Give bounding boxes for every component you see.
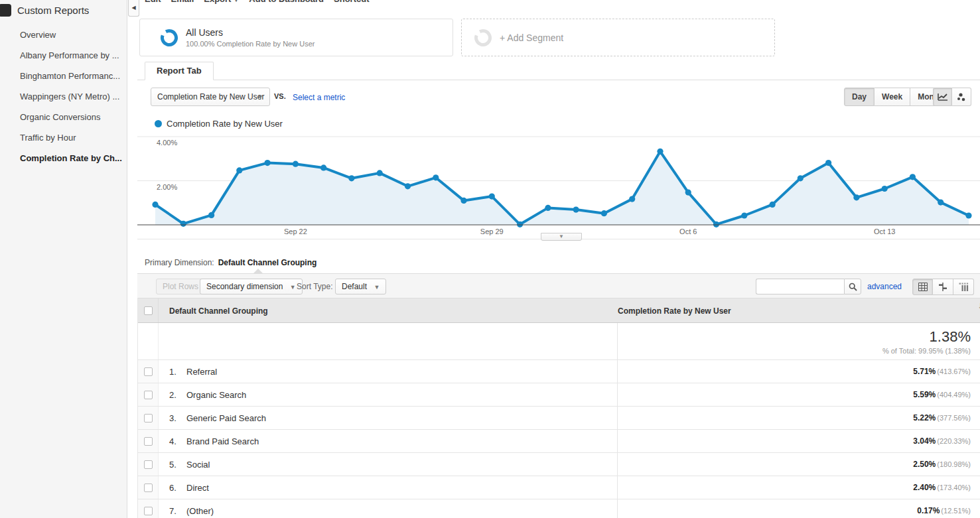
- channel-name[interactable]: Brand Paid Search: [186, 436, 259, 446]
- row-number: 6.: [169, 483, 186, 493]
- row-checkbox-cell: [138, 453, 159, 476]
- export-button[interactable]: Export▼: [204, 0, 239, 4]
- report-table: Default Channel Grouping Completion Rate…: [137, 298, 980, 518]
- row-checkbox[interactable]: [144, 437, 153, 446]
- sidebar-item-completion-rate-by-ch[interactable]: Completion Rate by Ch...: [0, 148, 127, 168]
- secondary-dimension-label: Secondary dimension: [206, 282, 283, 291]
- shortcut-button[interactable]: Shortcut: [334, 0, 369, 4]
- tab-divider: [137, 80, 980, 80]
- sort-type-value: Default: [342, 282, 367, 291]
- summary-value: 1.38%: [618, 328, 971, 346]
- sidebar-item-organic-conversions[interactable]: Organic Conversions: [0, 107, 127, 127]
- select-all-checkbox[interactable]: [144, 306, 153, 315]
- column-header-metric[interactable]: Completion Rate by New User: [618, 306, 731, 316]
- plot-rows-button[interactable]: Plot Rows: [156, 279, 205, 294]
- table-row-direct: 6.Direct2.40%(173.40%): [138, 476, 980, 499]
- email-button[interactable]: Email: [171, 0, 194, 4]
- channel-name[interactable]: Social: [186, 460, 210, 470]
- pivot-icon: [959, 283, 969, 291]
- line-chart-view-button[interactable]: [933, 88, 952, 106]
- metric-value: 5.59%: [913, 390, 936, 399]
- granularity-week-button[interactable]: Week: [875, 88, 910, 106]
- sidebar-item-traffic-by-hour[interactable]: Traffic by Hour: [0, 127, 127, 148]
- table-search: [756, 279, 861, 294]
- table-grid-icon: [918, 283, 928, 291]
- row-checkbox[interactable]: [144, 367, 153, 376]
- channel-name[interactable]: Direct: [186, 483, 209, 493]
- row-checkbox-cell: [138, 499, 159, 518]
- metric-value: 0.17%: [917, 506, 940, 515]
- segment-title: All Users: [186, 27, 315, 38]
- metric-percent: (413.67%): [937, 367, 971, 375]
- primary-dimension-value[interactable]: Default Channel Grouping: [218, 258, 317, 267]
- sort-type-dropdown[interactable]: Default ▼: [335, 279, 386, 294]
- metric-percent: (377.56%): [937, 414, 971, 422]
- legend-label: Completion Rate by New User: [167, 119, 283, 129]
- metric-value: 3.04%: [913, 436, 936, 446]
- edit-button[interactable]: Edit: [145, 0, 161, 4]
- segment-subtitle: 100.00% Completion Rate by New User: [186, 40, 315, 48]
- secondary-dimension-dropdown[interactable]: Secondary dimension ▼: [200, 279, 303, 294]
- segment-all-users[interactable]: All Users 100.00% Completion Rate by New…: [139, 19, 453, 56]
- row-checkbox[interactable]: [144, 460, 153, 469]
- granularity-day-button[interactable]: Day: [844, 88, 875, 106]
- row-checkbox-cell: [138, 360, 159, 383]
- channel-name[interactable]: Organic Search: [186, 390, 246, 400]
- advanced-search-link[interactable]: advanced: [867, 282, 902, 291]
- table-header-row: Default Channel Grouping Completion Rate…: [138, 298, 980, 323]
- row-number: 3.: [169, 413, 186, 423]
- sidebar-item-wappingers-ny-metro[interactable]: Wappingers (NY Metro) ...: [0, 86, 127, 107]
- column-header-dimension[interactable]: Default Channel Grouping: [169, 306, 268, 316]
- sidebar-item-albany-performance-by[interactable]: Albany Performance by ...: [0, 45, 127, 66]
- timeseries-chart: 2.00%4.00%Sep 22Sep 29Oct 6Oct 13 ▼: [137, 129, 980, 242]
- sidebar: Custom Reports OverviewAlbany Performanc…: [0, 0, 127, 518]
- metric-dropdown[interactable]: Completion Rate by New User ▼: [151, 88, 270, 106]
- row-checkbox[interactable]: [144, 484, 153, 492]
- custom-reports-icon: [0, 4, 11, 17]
- search-button[interactable]: [844, 279, 861, 294]
- chevron-down-icon: ▼: [290, 284, 296, 291]
- search-input[interactable]: [756, 279, 844, 294]
- sidebar-item-overview[interactable]: Overview: [0, 25, 127, 45]
- chevron-down-icon: ▼: [374, 284, 380, 291]
- primary-dimension: Primary Dimension:Default Channel Groupi…: [145, 258, 316, 267]
- row-checkbox[interactable]: [144, 414, 153, 422]
- row-checkbox[interactable]: [144, 507, 153, 515]
- motion-chart-view-button[interactable]: [952, 88, 971, 106]
- channel-name[interactable]: Referral: [186, 367, 217, 377]
- add-segment-donut-icon: [474, 29, 492, 47]
- table-row-brand-paid-search: 4.Brand Paid Search3.04%(220.33%): [138, 430, 980, 453]
- add-segment-button[interactable]: + Add Segment: [461, 19, 775, 56]
- dimension-notch: [253, 269, 263, 274]
- metric-percent: (180.98%): [937, 460, 971, 468]
- svg-text:Sep 29: Sep 29: [480, 227, 504, 235]
- analytics-custom-report-page: Custom Reports OverviewAlbany Performanc…: [0, 0, 980, 518]
- tab-report[interactable]: Report Tab: [145, 62, 214, 80]
- chart-legend: Completion Rate by New User: [155, 119, 283, 129]
- table-body: 1.Referral5.71%(413.67%)2.Organic Search…: [138, 360, 980, 518]
- metric-value: 5.71%: [913, 367, 936, 376]
- vs-label: vs.: [274, 92, 286, 100]
- sidebar-item-list: OverviewAlbany Performance by ...Bingham…: [0, 25, 127, 168]
- sidebar-collapse-button[interactable]: ◀: [128, 0, 139, 17]
- sidebar-item-binghamton-performanc[interactable]: Binghamton Performanc...: [0, 66, 127, 86]
- comparison-view-button[interactable]: [933, 279, 953, 295]
- row-checkbox-cell: [138, 476, 159, 499]
- select-metric-link[interactable]: Select a metric: [293, 93, 345, 102]
- metric-percent: (12.51%): [941, 507, 971, 515]
- data-table-view-button[interactable]: [912, 279, 933, 295]
- line-chart-icon: [938, 93, 948, 101]
- chart-collapse-button[interactable]: ▼: [541, 233, 582, 241]
- channel-name[interactable]: Generic Paid Search: [186, 413, 266, 423]
- table-row-social: 5.Social2.50%(180.98%): [138, 453, 980, 476]
- add-to-dashboard-button[interactable]: Add to Dashboard: [249, 0, 324, 4]
- row-number: 1.: [169, 367, 186, 377]
- table-toolbar: Plot Rows Secondary dimension ▼ Sort Typ…: [137, 273, 980, 298]
- legend-dot-icon: [155, 120, 162, 127]
- channel-name[interactable]: (Other): [186, 506, 214, 516]
- row-checkbox[interactable]: [144, 391, 153, 399]
- pivot-view-button[interactable]: [953, 279, 974, 295]
- row-number: 5.: [169, 460, 186, 470]
- chart-canvas: 2.00%4.00%Sep 22Sep 29Oct 6Oct 13: [137, 129, 980, 242]
- metric-value: 2.40%: [913, 483, 936, 492]
